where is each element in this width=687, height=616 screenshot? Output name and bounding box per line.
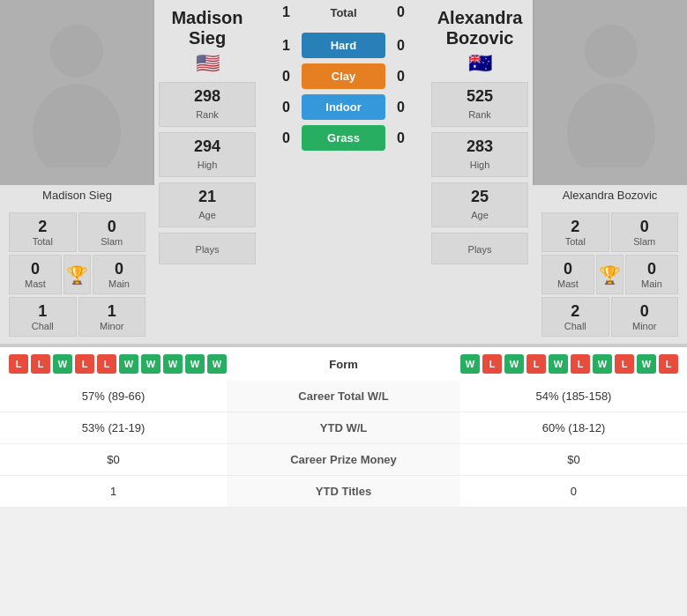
right-total-slam: 2 Total 0 Slam xyxy=(541,212,678,252)
stat-center-label: YTD Titles xyxy=(227,476,460,508)
right-rank-box: 525 Rank xyxy=(431,82,528,127)
left-trophy-cell: 🏆 xyxy=(63,255,91,294)
right-main-value: 0 xyxy=(628,260,676,278)
surf-score-right: 0 xyxy=(390,69,412,85)
stat-center-label: Career Total W/L xyxy=(227,381,460,412)
form-badge-w: W xyxy=(185,354,205,374)
stat-center-label: YTD W/L xyxy=(227,412,460,444)
total-score-right: 0 xyxy=(390,4,412,20)
right-chall-minor: 2 Chall 0 Minor xyxy=(541,297,678,337)
right-chall-label: Chall xyxy=(544,321,607,331)
right-rank-value: 525 xyxy=(437,87,523,106)
center-inner: 1 Total 0 1 Hard 0 0 Clay 0 0 Indoor 0 0… xyxy=(260,0,427,151)
surface-rows: 1 Hard 0 0 Clay 0 0 Indoor 0 0 Grass 0 xyxy=(260,33,427,151)
left-chall-value: 1 xyxy=(11,302,74,321)
form-badge-l: L xyxy=(659,354,678,374)
right-flag: 🇦🇺 xyxy=(427,52,533,75)
svg-point-2 xyxy=(585,25,638,78)
form-badge-w: W xyxy=(53,354,72,374)
right-player-label: Alexandra Bozovic xyxy=(533,185,687,205)
form-badge-w: W xyxy=(504,354,524,374)
left-total-label: Total xyxy=(11,236,74,247)
left-high-value: 294 xyxy=(164,137,250,156)
right-total-label: Total xyxy=(544,236,607,247)
table-row: 57% (89-66) Career Total W/L 54% (185-15… xyxy=(0,381,687,412)
left-main-cell: 0 Main xyxy=(93,255,146,294)
main-wrapper: Madison Sieg 2 Total 0 Slam xyxy=(0,0,687,508)
stat-right-value: 54% (185-158) xyxy=(460,381,687,412)
form-badge-l: L xyxy=(75,354,94,374)
left-high-label: High xyxy=(198,160,218,170)
left-player-silhouette xyxy=(19,18,134,167)
surface-btn-clay[interactable]: Clay xyxy=(302,63,385,89)
surface-btn-hard[interactable]: Hard xyxy=(302,33,385,58)
surf-score-left: 0 xyxy=(275,69,297,85)
right-form-badges: WLWLWLWLWL xyxy=(460,354,678,374)
stat-left-value: 53% (21-19) xyxy=(0,412,227,444)
right-trophy-cell: 🏆 xyxy=(596,255,624,294)
right-mast-label: Mast xyxy=(544,278,592,289)
right-chall-cell: 2 Chall xyxy=(541,297,609,337)
right-minor-value: 0 xyxy=(614,302,676,321)
right-plays-label: Plays xyxy=(468,244,492,255)
left-total-slam: 2 Total 0 Slam xyxy=(9,212,146,252)
form-badge-w: W xyxy=(141,354,161,374)
stats-table-body: 57% (89-66) Career Total W/L 54% (185-15… xyxy=(0,381,687,508)
left-age-label: Age xyxy=(198,210,216,220)
surf-score-left: 0 xyxy=(275,100,297,115)
right-mast-cell: 0 Mast xyxy=(541,255,594,294)
left-chall-label: Chall xyxy=(11,321,74,331)
left-rank-value: 298 xyxy=(164,87,250,106)
right-age-label: Age xyxy=(471,210,489,220)
left-rank-label: Rank xyxy=(196,109,219,120)
left-plays-box: Plays xyxy=(159,233,256,264)
right-main-cell: 0 Main xyxy=(625,255,678,294)
left-mast-label: Mast xyxy=(11,278,59,289)
left-mast-value: 0 xyxy=(11,260,59,278)
surface-btn-grass[interactable]: Grass xyxy=(302,125,385,151)
svg-point-0 xyxy=(50,25,103,78)
left-player-block: Madison Sieg 2 Total 0 Slam xyxy=(0,0,154,344)
stats-table: 57% (89-66) Career Total W/L 54% (185-15… xyxy=(0,381,687,508)
left-player-name: Madison Sieg xyxy=(154,4,260,52)
left-high-box: 294 High xyxy=(159,132,256,177)
right-high-label: High xyxy=(470,160,490,170)
left-total-cell: 2 Total xyxy=(9,212,77,252)
center-surfaces-block: 1 Total 0 1 Hard 0 0 Clay 0 0 Indoor 0 0… xyxy=(260,0,427,344)
right-plays-box: Plays xyxy=(431,233,528,264)
form-badge-l: L xyxy=(9,354,28,374)
right-player-name: Alexandra Bozovic xyxy=(427,4,533,52)
surf-score-right: 0 xyxy=(390,38,412,54)
left-trophy-icon: 🏆 xyxy=(66,264,88,286)
form-badge-l: L xyxy=(31,354,50,374)
right-minor-cell: 0 Minor xyxy=(611,297,679,337)
right-age-value: 25 xyxy=(437,188,523,206)
left-mast-main: 0 Mast 🏆 0 Main xyxy=(9,255,146,294)
right-total-value: 2 xyxy=(544,218,607,236)
left-age-box: 21 Age xyxy=(159,182,256,227)
surf-score-right: 0 xyxy=(390,130,412,146)
surface-btn-indoor[interactable]: Indoor xyxy=(302,94,385,120)
svg-point-1 xyxy=(33,84,121,167)
surface-line-grass: 0 Grass 0 xyxy=(260,125,427,151)
right-player-block: Alexandra Bozovic 2 Total 0 Slam xyxy=(533,0,687,344)
right-main-label: Main xyxy=(628,278,676,289)
left-minor-label: Minor xyxy=(81,321,144,331)
left-minor-cell: 1 Minor xyxy=(78,297,146,337)
left-slam-cell: 0 Slam xyxy=(78,212,146,252)
stat-left-value: 57% (89-66) xyxy=(0,381,227,412)
left-plays-label: Plays xyxy=(196,244,220,255)
right-stats: 2 Total 0 Slam 0 Mast 🏆 xyxy=(533,205,687,344)
right-high-value: 283 xyxy=(437,137,523,156)
right-age-box: 25 Age xyxy=(431,182,528,227)
surf-score-left: 1 xyxy=(275,38,297,54)
left-chall-minor: 1 Chall 1 Minor xyxy=(9,297,146,337)
right-total-cell: 2 Total xyxy=(541,212,609,252)
left-player-label: Madison Sieg xyxy=(0,185,154,205)
right-minor-label: Minor xyxy=(614,321,676,331)
form-badge-w: W xyxy=(207,354,227,374)
left-chall-cell: 1 Chall xyxy=(9,297,77,337)
left-minor-value: 1 xyxy=(81,302,144,321)
table-row: 1 YTD Titles 0 xyxy=(0,476,687,508)
surf-score-right: 0 xyxy=(390,100,412,115)
